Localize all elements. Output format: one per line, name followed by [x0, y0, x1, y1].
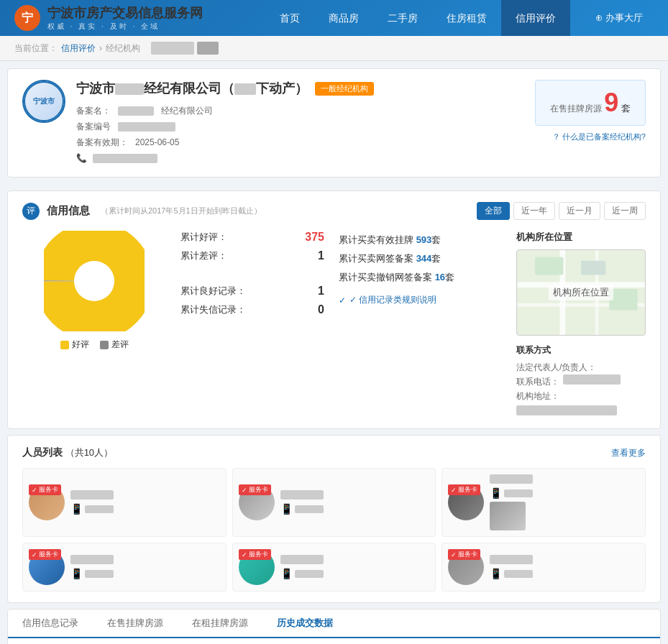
good-record-row: 累计良好记录： 1: [180, 285, 324, 298]
company-name-row: 宁波市经纪有限公司（下动产） 一般经纪机构: [76, 80, 524, 97]
pie-chart: [44, 231, 145, 331]
tabs-section: 信用信息记录 在售挂牌房源 在租挂牌房源 历史成交数据 区域 成交总价 成交均价…: [7, 609, 661, 644]
breadcrumb-credit[interactable]: 信用评价: [61, 42, 96, 55]
contact-addr-blur: [516, 405, 617, 415]
record-no-label: 备案编号: [76, 119, 111, 134]
filter-month[interactable]: 近一月: [559, 202, 600, 220]
person-badge-3: ✓服务卡: [448, 484, 480, 495]
check-mark-1: ✓: [32, 487, 37, 494]
filter-all[interactable]: 全部: [477, 202, 510, 220]
personnel-title-area: 人员列表 （共10人）: [22, 446, 113, 459]
legend-bad-label: 差评: [111, 339, 129, 351]
person-avatar-wrap-4: ✓服务卡: [29, 549, 65, 585]
company-logo: 宁波市: [22, 80, 65, 123]
personnel-more[interactable]: 查看更多: [611, 447, 646, 459]
person-card-1: ✓服务卡 📱: [22, 468, 227, 537]
person-name-blur-6: [490, 555, 533, 564]
record-no-blur: [118, 122, 175, 132]
trans-value-1: 593: [416, 234, 432, 245]
filter-year[interactable]: 近一年: [513, 202, 555, 220]
nav-secondhand[interactable]: 二手房: [373, 0, 432, 36]
legend-bad-dot: [100, 341, 109, 349]
bad-rating-row: 累计差评： 1: [180, 249, 324, 262]
site-title: 宁波市房产交易信息服务网: [47, 4, 203, 22]
person-info-3: 📱: [490, 474, 533, 530]
office-button[interactable]: ⊕ 办事大厅: [585, 0, 654, 36]
company-badge: 一般经纪机构: [315, 82, 374, 96]
person-info-4: 📱: [70, 555, 114, 579]
phone-blur: [93, 154, 157, 163]
spacer: [180, 268, 324, 279]
contact-addr-label: 机构地址：: [516, 389, 559, 403]
nav-home[interactable]: 首页: [265, 0, 314, 36]
map-title: 机构所在位置: [516, 231, 646, 244]
tab-credit-record[interactable]: 信用信息记录: [8, 610, 93, 638]
contact-phone-blur: [563, 374, 621, 385]
person-avatar-wrap-6: ✓服务卡: [448, 549, 484, 585]
filter-week[interactable]: 近一周: [604, 202, 646, 220]
nav-credit[interactable]: 信用评价: [501, 0, 570, 36]
person-extra-3: [490, 502, 526, 530]
nav-rental[interactable]: 住房租赁: [432, 0, 501, 36]
svg-point-2: [74, 261, 114, 301]
tab-rent-listing[interactable]: 在租挂牌房源: [178, 610, 262, 638]
personnel-grid: ✓服务卡 📱 ✓服务卡: [22, 468, 646, 592]
content-wrapper: 宁波市 宁波市经纪有限公司（下动产） 一般经纪机构 备案名： 经纪有限公司 备案…: [0, 68, 668, 644]
person-badge-6: ✓服务卡: [448, 549, 480, 560]
person-name-blur-1: [70, 490, 114, 500]
trans-value-2: 344: [416, 253, 432, 264]
check-mark-5: ✓: [242, 551, 247, 558]
phone-icon: 📞: [76, 153, 87, 163]
personnel-section: 人员列表 （共10人） 查看更多 ✓服务卡 📱: [7, 435, 661, 603]
trans-row-2: 累计买卖网签备案 344套: [339, 249, 502, 268]
personnel-header: 人员列表 （共10人） 查看更多: [22, 446, 646, 459]
credit-content: 好评 差评 累计好评： 375 累计差评： 1: [22, 231, 646, 418]
contact-rep: 法定代表人/负责人：: [516, 360, 646, 374]
person-badge-2: ✓服务卡: [239, 484, 271, 495]
map-placeholder[interactable]: 机构所在位置: [516, 249, 646, 336]
person-card-2: ✓服务卡 📱: [232, 468, 436, 537]
top-header: 宁 宁波市房产交易信息服务网 权威 · 真实 · 及时 · 全域 首页 商品房 …: [0, 0, 668, 36]
svg-rect-10: [609, 289, 637, 310]
tab-sale-listing[interactable]: 在售挂牌房源: [93, 610, 178, 638]
person-card-4: ✓服务卡 📱: [22, 543, 227, 592]
credit-note[interactable]: ✓ ✓ 信用记录类规则说明: [339, 294, 502, 306]
legend-good-label: 好评: [72, 339, 89, 351]
person-phone-icon-6: 📱: [490, 568, 502, 579]
person-info-5: 📱: [280, 555, 324, 579]
time-filter: 全部 近一年 近一月 近一周: [477, 202, 646, 220]
verify-hint[interactable]: ？ 什么是已备案经纪机构?: [535, 132, 646, 142]
nav-commercial[interactable]: 商品房: [314, 0, 373, 36]
logo-text: 宁波市房产交易信息服务网 权威 · 真实 · 及时 · 全域: [47, 4, 203, 32]
person-phone-blur-1: [85, 505, 114, 513]
company-record-name: 备案名： 经纪有限公司: [76, 103, 524, 119]
person-badge-1: ✓服务卡: [29, 484, 61, 495]
person-avatar-wrap-1: ✓服务卡: [29, 484, 65, 520]
person-phone-blur-4: [85, 570, 114, 578]
person-avatar-wrap-5: ✓服务卡: [239, 549, 275, 585]
person-name-blur-4: [70, 555, 114, 564]
record-date-value: 2025-06-05: [135, 134, 179, 150]
person-card-6: ✓服务卡 📱: [441, 543, 646, 592]
person-phone-icon-2: 📱: [280, 503, 293, 515]
company-info: 宁波市经纪有限公司（下动产） 一般经纪机构 备案名： 经纪有限公司 备案编号 备…: [76, 80, 524, 166]
credit-map-section: 机构所在位置 机构所在位置 联系方式: [516, 231, 646, 418]
pie-legend: 好评 差评: [60, 339, 129, 351]
good-rating-value: 375: [305, 231, 324, 244]
trans-value-3: 16: [435, 272, 445, 282]
company-logo-text: 宁波市: [33, 96, 55, 106]
logo-icon: 宁: [14, 5, 40, 31]
main-nav: 首页 商品房 二手房 住房租赁 信用评价: [265, 0, 570, 36]
good-record-label: 累计良好记录：: [180, 285, 246, 298]
divider: [0, 185, 668, 190]
site-tagline: 权威 · 真实 · 及时 · 全域: [47, 22, 203, 32]
credit-title: 信用信息: [47, 204, 90, 218]
contact-addr: 机构地址：: [516, 389, 646, 403]
person-phone-icon-1: 📱: [70, 503, 83, 515]
tab-history-data[interactable]: 历史成交数据: [262, 610, 347, 638]
logo-area: 宁 宁波市房产交易信息服务网 权威 · 真实 · 及时 · 全域: [14, 4, 203, 32]
personnel-title: 人员列表: [22, 446, 63, 458]
person-avatar-wrap-2: ✓服务卡: [239, 484, 275, 520]
person-phone-blur-3: [504, 489, 533, 497]
company-stats: 在售挂牌房源 9 套 ？ 什么是已备案经纪机构?: [535, 80, 646, 142]
